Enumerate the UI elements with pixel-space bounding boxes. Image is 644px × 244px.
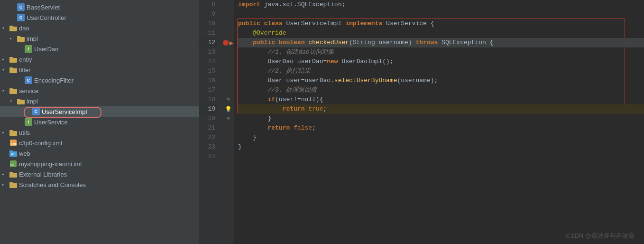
code-line-12: public boolean checkedUser(String userna… xyxy=(238,38,644,47)
svg-rect-7 xyxy=(9,67,13,69)
sidebar-item-label: utils xyxy=(19,129,30,136)
code-line-23: } xyxy=(238,142,644,152)
gutter-22 xyxy=(222,133,234,142)
code-line-13: //1. 创建dao访问对象 xyxy=(238,47,644,57)
sidebar-item-entiy[interactable]: ▸ entiy xyxy=(0,54,199,65)
arrow-down-icon: ▾ xyxy=(2,25,9,31)
gutter-11 xyxy=(222,28,234,38)
gutter-23 xyxy=(222,142,234,152)
sidebar-item-label: EncodingFilter xyxy=(34,77,74,84)
folder-icon xyxy=(9,129,17,136)
gutter-9 xyxy=(222,9,234,19)
folder-icon xyxy=(9,181,17,188)
sidebar-item-label: External Libraries xyxy=(19,171,67,178)
gutter-19: 💡 xyxy=(222,104,234,114)
sidebar-item-iml[interactable]: iml myshopping-xiaomi.iml xyxy=(0,159,199,169)
line-numbers: 8 9 10 11 12 13 14 15 16 17 18 19 20 21 … xyxy=(199,0,222,244)
breakpoint-icon[interactable] xyxy=(223,40,229,46)
gutter: ▶ ⊟ 💡 ⊟ xyxy=(222,0,234,244)
sidebar-item-label: web xyxy=(19,150,30,157)
line-num-17: 17 xyxy=(199,85,218,95)
code-line-8: import java.sql.SQLException; xyxy=(238,0,644,9)
line-num-19: 19 xyxy=(199,104,218,114)
arrow-right-icon: ▸ xyxy=(2,56,9,63)
sidebar-item-UserDao[interactable]: I UserDao xyxy=(0,44,199,54)
svg-rect-11 xyxy=(17,99,20,101)
svg-rect-5 xyxy=(9,57,13,59)
sidebar-item-scratches[interactable]: ▸ Scratches and Consoles xyxy=(0,179,199,190)
line-num-12: 12 xyxy=(199,38,218,47)
class-i-icon: I xyxy=(25,118,32,126)
line-num-11: 11 xyxy=(199,28,218,38)
sidebar-item-utils[interactable]: ▸ utils xyxy=(0,127,199,138)
gutter-10 xyxy=(222,19,234,28)
sidebar-item-label: filter xyxy=(19,66,31,74)
class-c-icon: C xyxy=(32,108,40,115)
line-num-23: 23 xyxy=(199,142,218,152)
class-c-icon: C xyxy=(25,76,32,84)
sidebar-item-label: impl xyxy=(27,35,38,42)
sidebar-item-external-libraries[interactable]: ▸ External Libraries xyxy=(0,169,199,179)
folder-icon xyxy=(17,35,25,42)
sidebar-item-impl-service[interactable]: ▾ impl xyxy=(0,96,199,106)
folder-icon xyxy=(9,25,17,31)
gutter-8 xyxy=(222,0,234,9)
sidebar-item-label: c3p0-config.xml xyxy=(19,140,62,147)
code-line-17: //3. 处理返回值 xyxy=(238,85,644,95)
code-line-15: //2. 执行结果 xyxy=(238,66,644,76)
code-content[interactable]: import java.sql.SQLException; public cla… xyxy=(234,0,644,244)
folder-icon xyxy=(9,87,17,94)
class-c-icon: C xyxy=(17,3,25,11)
sidebar-item-label: BaseServlet xyxy=(27,4,60,11)
sidebar-item-label: service xyxy=(19,87,38,94)
gutter-24 xyxy=(222,152,234,161)
line-num-18: 18 xyxy=(199,95,218,104)
line-num-14: 14 xyxy=(199,57,218,66)
sidebar-item-BaseServlet[interactable]: C BaseServlet xyxy=(0,2,199,12)
code-line-20: } xyxy=(238,114,644,123)
sidebar-item-UserController[interactable]: C UserController xyxy=(0,12,199,23)
sidebar-item-web[interactable]: W web xyxy=(0,148,199,159)
gutter-17 xyxy=(222,85,234,95)
svg-text:xml: xml xyxy=(11,142,17,145)
line-num-22: 22 xyxy=(199,133,218,142)
folder-icon xyxy=(9,171,17,178)
sidebar-item-service[interactable]: ▾ service xyxy=(0,85,199,96)
web-folder-icon: W xyxy=(9,150,17,157)
gutter-20: ⊟ xyxy=(222,114,234,123)
sidebar-item-impl-dao[interactable]: ▸ impl xyxy=(0,33,199,44)
svg-rect-24 xyxy=(9,182,13,184)
arrow-down-icon: ▾ xyxy=(2,66,9,73)
sidebar-item-label: UserService xyxy=(34,119,68,126)
gutter-12: ▶ xyxy=(222,38,234,47)
gutter-13 xyxy=(222,47,234,57)
fold-icon[interactable]: ⊟ xyxy=(227,97,230,103)
sidebar-item-dao[interactable]: ▾ dao xyxy=(0,23,199,33)
sidebar-item-UserServiceImpl[interactable]: C UserServiceImpl xyxy=(0,106,199,117)
file-tree[interactable]: C BaseServlet C UserController ▾ dao ▸ i… xyxy=(0,0,199,244)
fold-icon-20[interactable]: ⊟ xyxy=(227,116,230,122)
sidebar-item-label: UserController xyxy=(27,14,66,21)
sidebar-item-UserService[interactable]: I UserService xyxy=(0,117,199,127)
iml-file-icon: iml xyxy=(9,160,17,168)
svg-rect-1 xyxy=(9,26,13,28)
folder-icon xyxy=(9,66,17,73)
code-line-19: return true; xyxy=(238,104,644,114)
sidebar-item-EncodingFilter[interactable]: C EncodingFilter xyxy=(0,75,199,85)
line-num-21: 21 xyxy=(199,123,218,133)
line-num-24: 24 xyxy=(199,152,218,161)
code-line-16: User user=userDao.selectUserByUname(user… xyxy=(238,76,644,85)
class-i-icon: I xyxy=(25,45,32,53)
code-line-21: return false; xyxy=(238,123,644,133)
gutter-16 xyxy=(222,76,234,85)
sidebar-item-filter[interactable]: ▾ filter xyxy=(0,65,199,75)
sidebar-item-c3p0[interactable]: xml c3p0-config.xml xyxy=(0,138,199,148)
code-editor: 8 9 10 11 12 13 14 15 16 17 18 19 20 21 … xyxy=(199,0,644,244)
gutter-21 xyxy=(222,123,234,133)
line-num-16: 16 xyxy=(199,76,218,85)
lightbulb-icon[interactable]: 💡 xyxy=(225,106,232,113)
svg-text:iml: iml xyxy=(10,163,14,166)
line-num-8: 8 xyxy=(199,0,218,9)
arrow-right-icon: ▸ xyxy=(2,181,9,188)
sidebar-item-label: UserDao xyxy=(34,46,58,53)
